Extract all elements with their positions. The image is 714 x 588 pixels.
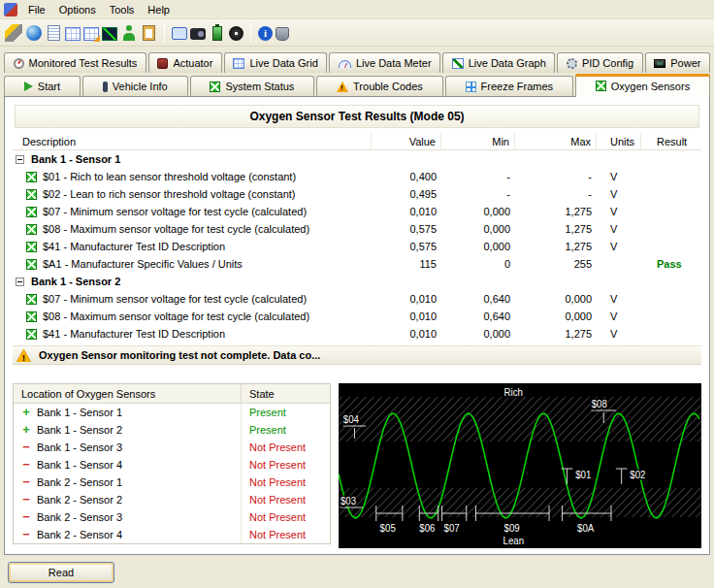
test-description: $08 - Maximum sensor voltage for test cy… [43,223,309,235]
test-description: $A1 - Manufacturer Specific Values / Uni… [43,258,243,270]
app-icon [4,3,17,16]
sensor-location-row[interactable]: Bank 2 - Sensor 3Not Present [14,508,330,526]
test-result-row[interactable]: $41 - Manufacturer Test ID Description0,… [13,325,701,343]
menu-help[interactable]: Help [141,2,177,17]
tab-system-status[interactable]: System Status [190,76,315,96]
tab-power[interactable]: Power [645,52,710,73]
menu-file[interactable]: File [21,2,52,17]
clipboard-icon[interactable] [143,25,155,41]
test-max: 1,275 [515,223,597,235]
tab-trouble-codes[interactable]: Trouble Codes [316,76,442,96]
sensor-location-row[interactable]: Bank 1 - Sensor 4Not Present [14,456,330,474]
tab-vehicle-info[interactable]: Vehicle Info [82,76,188,96]
sensor-test-icon [26,259,37,270]
group-row[interactable]: Bank 1 - Sensor 1 [13,150,701,168]
svg-text:!: ! [22,352,25,362]
results-rows: Bank 1 - Sensor 1$01 - Rich to lean sens… [13,150,701,343]
freeze-frames-icon [466,82,476,92]
test-result-row[interactable]: $01 - Rich to lean sensor threshold volt… [13,168,701,185]
test-result-row[interactable]: $07 - Minimum sensor voltage for test cy… [13,203,701,220]
disc-icon[interactable] [229,26,243,41]
column-result[interactable]: Result [641,133,701,149]
sensor-location-row[interactable]: Bank 2 - Sensor 1Not Present [14,474,330,491]
sensor-state: Not Present [241,508,330,526]
gauge-icon [14,58,24,69]
graph-label-03: $03 [341,496,357,506]
tab-freeze-frames[interactable]: Freeze Frames [445,76,573,96]
collapse-icon[interactable] [16,278,24,286]
column-description[interactable]: Description [13,133,372,149]
tab-pid-config[interactable]: PID Config [557,52,642,73]
screen-icon[interactable] [172,27,187,40]
user-icon[interactable] [122,25,136,41]
waveform-plot: Rich Lean $04 $08 $03 $05 $06 $07 $09 $0… [339,383,701,548]
test-result-row[interactable]: $08 - Maximum sensor voltage for test cy… [13,308,701,325]
test-max: - [515,171,597,182]
connect-icon[interactable] [5,24,22,42]
sensor-state: Not Present [241,456,330,474]
sensor-test-icon [26,189,37,200]
tab-label: Start [38,81,60,92]
sensor-location-row[interactable]: Bank 1 - Sensor 3Not Present [14,439,330,456]
column-location[interactable]: Location of Oxygen Sensors [14,384,241,403]
test-result-row[interactable]: $A1 - Manufacturer Specific Values / Uni… [13,255,701,273]
sensor-test-icon [26,207,37,217]
collapse-icon[interactable] [16,155,24,164]
live-grid-icon [233,58,244,69]
grid-edit-icon[interactable] [83,27,99,41]
sensor-location-row[interactable]: Bank 1 - Sensor 2Present [14,421,330,439]
tab-actuator[interactable]: Actuator [148,52,222,73]
sensor-location-row[interactable]: Bank 2 - Sensor 4Not Present [14,526,330,543]
tab-start[interactable]: Start [4,76,81,96]
test-result-row[interactable]: $07 - Minimum sensor voltage for test cy… [13,290,701,308]
sensor-location-table: Location of Oxygen Sensors State Bank 1 … [13,383,331,544]
test-value: 115 [372,258,441,270]
test-description: $41 - Manufacturer Test ID Description [43,328,225,340]
oxygen-sensors-icon [596,81,606,91]
graph-label-0a: $0A [577,523,595,534]
tab-oxygen-sensors[interactable]: Oxygen Sensors [575,74,710,97]
sensor-test-icon [26,294,37,305]
location-table-header: Location of Oxygen Sensors State [14,384,330,404]
read-button[interactable]: Read [8,562,114,583]
sensor-location-row[interactable]: Bank 1 - Sensor 1Present [14,404,330,421]
battery-icon[interactable] [212,26,222,41]
test-result-row[interactable]: $02 - Lean to rich sensor threshold volt… [13,185,701,203]
test-result-row[interactable]: $08 - Maximum sensor voltage for test cy… [13,220,701,238]
chart-icon[interactable] [102,27,117,41]
sensor-location-label: Bank 1 - Sensor 3 [37,441,122,453]
globe-icon[interactable] [26,25,42,41]
menu-options[interactable]: Options [52,2,103,17]
column-units[interactable]: Units [597,133,641,149]
tab-live-data-meter[interactable]: Live Data Meter [329,52,440,73]
oxygen-sensor-graph: Rich Lean $04 $08 $03 $05 $06 $07 $09 $0… [339,383,701,548]
graph-label-lean: Lean [503,536,525,546]
column-value[interactable]: Value [372,133,441,149]
sensor-location-row[interactable]: Bank 2 - Sensor 2Not Present [14,491,330,508]
info-icon[interactable] [258,26,273,41]
column-state[interactable]: State [241,384,330,403]
menu-tools[interactable]: Tools [103,2,142,17]
sub-tab-bar: StartVehicle InfoSystem StatusTrouble Co… [0,73,714,96]
data-grid-icon[interactable] [65,27,81,41]
rich-threshold-band [339,397,701,441]
device-icon[interactable] [276,27,289,41]
tab-live-data-grid[interactable]: Live Data Grid [224,52,327,73]
test-max: 1,275 [515,206,597,217]
tab-label: Trouble Codes [353,81,423,92]
video-icon[interactable] [190,28,206,40]
test-units: V [597,241,641,252]
test-result-row[interactable]: $41 - Manufacturer Test ID Description0,… [13,238,701,255]
sensor-location-label: Bank 1 - Sensor 4 [37,459,122,471]
column-max[interactable]: Max [515,133,597,149]
tab-monitored-test-results[interactable]: Monitored Test Results [4,52,146,73]
sensor-state: Present [241,421,330,439]
sensor-location-label: Bank 1 - Sensor 2 [37,424,122,436]
column-min[interactable]: Min [441,133,515,149]
tab-live-data-graph[interactable]: Live Data Graph [442,52,555,73]
bottom-bar: Read [0,555,714,588]
group-row[interactable]: Bank 1 - Sensor 2 [13,273,701,290]
report-icon[interactable] [48,25,60,41]
test-value: 0,010 [372,206,441,217]
test-units: V [597,328,641,340]
